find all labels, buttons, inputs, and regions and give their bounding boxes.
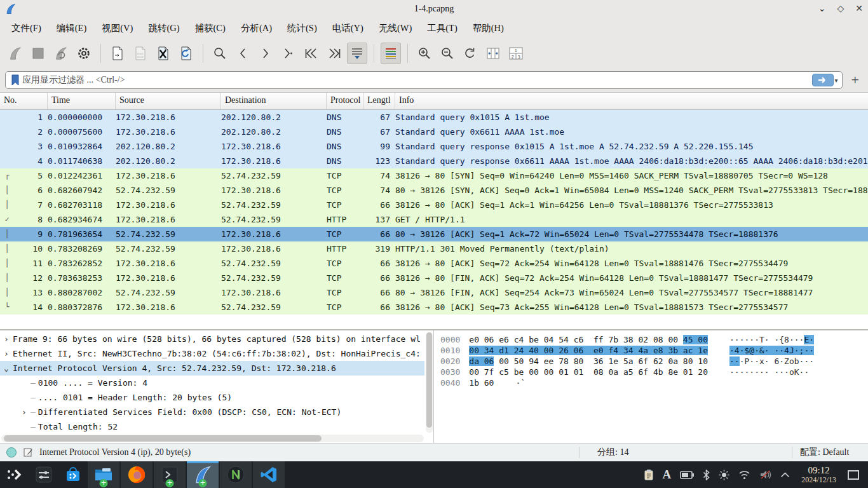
packet-row[interactable]: 1 0.000000000 172.30.218.6 202.120.80.2 … [0,110,868,125]
detail-horizontal-scrollbar[interactable] [1,435,424,442]
detail-vertical-scrollbar[interactable] [426,332,433,433]
tray-expand-icon[interactable] [780,472,790,478]
maximize-button[interactable]: ◇ [837,4,844,13]
status-profile[interactable]: 配置: Default [792,447,868,458]
display-filter-input[interactable] [22,75,812,85]
expert-info-icon[interactable] [6,447,17,458]
packet-row[interactable]: 3 0.010932864 202.120.80.2 172.30.218.6 … [0,139,868,154]
expander-icon[interactable]: ⌄ [4,361,13,376]
hex-row[interactable]: 0000e0 06 e6 c4 be 04 54 c6 ff 7b 38 02 … [434,334,868,345]
column-length[interactable]: Lengtl [363,93,395,109]
input-method-icon[interactable]: A [663,468,672,482]
go-to-packet-icon[interactable] [278,43,299,64]
menu-item[interactable]: 视图(V) [94,20,140,37]
vscode-icon[interactable] [253,461,285,488]
column-source[interactable]: Source [116,93,221,109]
hex-row[interactable]: 001000 34 d1 24 40 00 26 06 e0 f4 34 4a … [434,345,868,356]
filter-dropdown-caret-icon[interactable]: ▾ [835,77,838,84]
display-filter-field[interactable]: ▾ [5,71,843,89]
settings-icon[interactable] [29,461,58,488]
detail-tree-line[interactable]: ›Ethernet II, Src: NewH3CTechno_7b:38:02… [0,346,424,361]
close-button[interactable]: ✕ [855,4,863,13]
zoom-reset-icon[interactable] [460,43,480,64]
menu-item[interactable]: 跳转(G) [140,20,187,37]
detail-tree-line[interactable]: –Total Length: 52 [0,419,424,434]
column-info[interactable]: Info [395,93,868,109]
wireshark-taskbar-icon[interactable]: + [187,461,219,488]
packet-row[interactable]: │ 11 0.783262852 172.30.218.6 52.74.232.… [0,256,868,271]
detail-tree-line[interactable]: ›–Differentiated Services Field: 0x00 (D… [0,405,424,419]
close-file-icon[interactable] [153,43,173,64]
capture-options-icon[interactable] [74,43,94,64]
menu-item[interactable]: 工具(T) [419,20,465,37]
first-packet-icon[interactable] [301,43,322,64]
wifi-icon[interactable] [738,470,750,480]
start-capture-icon[interactable] [5,43,25,64]
packet-row[interactable]: │ 7 0.682703118 172.30.218.6 52.74.232.5… [0,198,868,212]
open-file-icon[interactable] [107,43,128,64]
restart-capture-icon[interactable] [51,43,71,64]
brightness-icon[interactable] [719,470,729,480]
minimize-button[interactable]: ⌄ [818,4,826,13]
bluetooth-icon[interactable] [703,470,710,480]
app-launcher-icon[interactable] [0,461,29,488]
terminal-icon[interactable]: + [154,461,186,488]
volume-muted-icon[interactable] [759,470,771,480]
packet-row[interactable]: └ 14 0.880372876 172.30.218.6 52.74.232.… [0,300,868,315]
menu-item[interactable]: 分析(A) [233,20,280,37]
go-forward-icon[interactable] [255,43,276,64]
zoom-out-icon[interactable] [437,43,458,64]
last-packet-icon[interactable] [324,43,344,64]
packet-row[interactable]: │ 10 0.783208269 52.74.232.59 172.30.218… [0,241,868,256]
menu-item[interactable]: 帮助(H) [465,20,512,37]
column-time[interactable]: Time [48,93,116,109]
detail-tree-line[interactable]: ›Frame 9: 66 bytes on wire (528 bits), 6… [0,332,424,346]
neovim-icon[interactable] [220,461,252,488]
expander-icon[interactable]: › [22,405,31,419]
hex-row[interactable]: 00401b 60·` [434,377,868,388]
packet-row[interactable]: 4 0.011740638 202.120.80.2 172.30.218.6 … [0,154,868,168]
find-packet-icon[interactable] [210,43,230,64]
column-protocol[interactable]: Protocol [327,93,363,109]
packet-row[interactable]: ✓ 8 0.682934674 172.30.218.6 52.74.232.5… [0,212,868,227]
menu-item[interactable]: 电话(Y) [325,20,371,37]
app-store-icon[interactable] [58,461,88,488]
expander-icon[interactable]: › [4,346,13,361]
save-file-icon[interactable]: 01010110 [130,43,151,64]
detail-tree-line[interactable]: –.... 0101 = Header Length: 20 bytes (5) [0,390,424,405]
go-back-icon[interactable] [233,43,253,64]
file-manager-icon[interactable]: + [88,461,119,488]
resize-columns-icon[interactable] [483,43,503,64]
menu-item[interactable]: 文件(F) [4,20,49,37]
bookmark-icon[interactable] [11,74,20,86]
menu-item[interactable]: 编辑(E) [49,20,95,37]
clipboard-icon[interactable] [644,469,654,480]
apply-filter-button[interactable] [812,74,834,86]
firefox-icon[interactable] [121,461,153,488]
capture-comment-icon[interactable] [23,447,33,458]
packet-row[interactable]: │ 6 0.682607942 52.74.232.59 172.30.218.… [0,183,868,198]
auto-scroll-icon[interactable] [347,43,367,64]
menu-item[interactable]: 捕获(C) [187,20,233,37]
packet-row[interactable]: │ 12 0.783638253 172.30.218.6 52.74.232.… [0,271,868,285]
packet-row[interactable]: │ 9 0.781963654 52.74.232.59 172.30.218.… [0,227,868,241]
expander-icon[interactable]: › [4,332,13,346]
stop-capture-icon[interactable] [28,43,48,64]
show-desktop-button[interactable] [848,470,859,480]
hex-row[interactable]: 003000 7f c5 be 00 00 01 01 08 0a a5 6f … [434,367,868,377]
menu-item[interactable]: 无线(W) [371,20,419,37]
detail-tree-line[interactable]: –0100 .... = Version: 4 [0,376,424,390]
hex-row[interactable]: 0020da 06 00 50 94 ee 78 80 36 1e 5a 6f … [434,356,868,367]
reload-file-icon[interactable] [176,43,196,64]
packet-row[interactable]: 2 0.000075600 172.30.218.6 202.120.80.2 … [0,125,868,139]
detail-tree-line[interactable]: ⌄Internet Protocol Version 4, Src: 52.74… [0,361,424,376]
zoom-in-icon[interactable] [414,43,435,64]
menu-item[interactable]: 统计(S) [280,20,325,37]
colorize-icon[interactable] [381,43,401,64]
packet-row[interactable]: │ 13 0.880287002 52.74.232.59 172.30.218… [0,285,868,300]
column-destination[interactable]: Destination [221,93,327,109]
packet-row[interactable]: ┌ 5 0.012242361 172.30.218.6 52.74.232.5… [0,168,868,183]
battery-icon[interactable] [680,471,694,479]
column-no[interactable]: No. [0,93,48,109]
add-filter-button[interactable]: + [848,73,863,87]
